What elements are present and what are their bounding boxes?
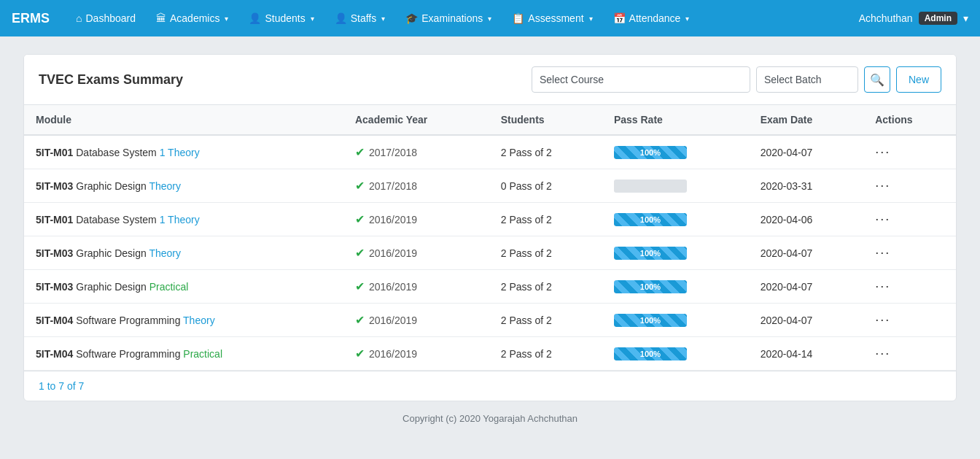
progress-label: 100% <box>614 316 687 325</box>
cell-year: ✔ 2017/2018 <box>343 169 489 203</box>
cell-pass-rate: 100% <box>602 270 749 304</box>
module-code: 5IT-M01 <box>36 214 73 225</box>
check-icon: ✔ <box>355 313 365 327</box>
user-dropdown-icon[interactable]: ▾ <box>963 12 968 24</box>
nav-attendance[interactable]: 📅 Attendance ▾ <box>604 8 699 28</box>
nav-examinations[interactable]: 🎓 Examinations ▾ <box>397 8 500 28</box>
module-type: Theory <box>183 315 215 326</box>
cell-module: 5IT-M04 Software Programming Practical <box>24 337 343 371</box>
academic-year: 2016/2019 <box>369 214 417 225</box>
actions-menu-button[interactable]: ··· <box>875 312 890 327</box>
progress-bar: 100% <box>614 146 687 159</box>
module-name: Graphic Design <box>76 247 147 259</box>
progress-bar-container: 100% <box>614 213 687 226</box>
module-name: Database System <box>76 147 157 158</box>
nav-academics[interactable]: 🏛 Academics ▾ <box>147 8 237 28</box>
progress-label: 100% <box>614 215 687 224</box>
module-code: 5IT-M03 <box>36 247 73 259</box>
col-pass-rate: Pass Rate <box>602 105 749 135</box>
navbar: ERMS ⌂ Dashboard 🏛 Academics ▾ 👤 Student… <box>0 0 980 36</box>
nav-staffs-label: Staffs <box>351 12 377 24</box>
col-module: Module <box>24 105 343 135</box>
new-button[interactable]: New <box>896 66 941 93</box>
chevron-down-icon: ▾ <box>381 15 385 23</box>
table-row: 5IT-M04 Software Programming Theory ✔ 20… <box>24 304 956 337</box>
nav-dashboard-label: Dashboard <box>85 12 136 24</box>
cell-students: 2 Pass of 2 <box>489 135 602 169</box>
cell-actions: ··· <box>863 135 956 169</box>
select-batch[interactable]: Select Batch <box>756 66 858 93</box>
progress-label: 100% <box>614 350 687 358</box>
nav-academics-label: Academics <box>170 12 219 24</box>
module-code: 5IT-M04 <box>36 348 73 360</box>
check-icon: ✔ <box>355 347 365 360</box>
module-type: Practical <box>149 281 189 293</box>
select-course[interactable]: Select Course <box>532 66 750 93</box>
cell-pass-rate: 100% <box>602 236 749 270</box>
actions-menu-button[interactable]: ··· <box>875 212 890 226</box>
check-icon: ✔ <box>355 246 365 260</box>
cell-year: ✔ 2016/2019 <box>343 203 489 236</box>
cell-pass-rate <box>602 169 749 203</box>
cell-year: ✔ 2016/2019 <box>343 236 489 270</box>
module-name: Graphic Design <box>76 180 147 192</box>
footer-text: Copyright (c) 2020 Yogarajah Achchuthan <box>402 413 578 424</box>
progress-label: 100% <box>614 282 687 291</box>
nav-staffs[interactable]: 👤 Staffs ▾ <box>326 8 394 28</box>
search-icon: 🔍 <box>870 73 884 87</box>
progress-bar-container: 100% <box>614 247 687 260</box>
cell-year: ✔ 2016/2019 <box>343 270 489 304</box>
nav-students-label: Students <box>265 12 305 24</box>
exams-table: Module Academic Year Students Pass Rate … <box>24 105 956 371</box>
cell-students: 2 Pass of 2 <box>489 304 602 337</box>
table-row: 5IT-M03 Graphic Design Practical ✔ 2016/… <box>24 270 956 304</box>
staffs-icon: 👤 <box>335 12 347 24</box>
col-academic-year: Academic Year <box>343 105 489 135</box>
cell-pass-rate: 100% <box>602 203 749 236</box>
assessment-icon: 📋 <box>512 12 524 24</box>
table-header-row: Module Academic Year Students Pass Rate … <box>24 105 956 135</box>
cell-exam-date: 2020-04-07 <box>749 270 864 304</box>
cell-actions: ··· <box>863 236 956 270</box>
progress-bar: 100% <box>614 280 687 293</box>
cell-students: 2 Pass of 2 <box>489 337 602 371</box>
cell-pass-rate: 100% <box>602 304 749 337</box>
cell-actions: ··· <box>863 169 956 203</box>
nav-assessment[interactable]: 📋 Assessment ▾ <box>503 8 601 28</box>
progress-bar-container: 100% <box>614 280 687 293</box>
module-name: Software Programming <box>76 348 180 360</box>
actions-menu-button[interactable]: ··· <box>875 144 890 159</box>
actions-menu-button[interactable]: ··· <box>875 279 890 293</box>
cell-module: 5IT-M03 Graphic Design Practical <box>24 270 343 304</box>
nav-assessment-label: Assessment <box>528 12 583 24</box>
examinations-icon: 🎓 <box>405 12 418 24</box>
chevron-down-icon: ▾ <box>685 15 689 23</box>
actions-menu-button[interactable]: ··· <box>875 178 890 193</box>
cell-module: 5IT-M03 Graphic Design Theory <box>24 169 343 203</box>
progress-label: 100% <box>614 148 687 157</box>
nav-attendance-label: Attendance <box>629 12 681 24</box>
check-icon: ✔ <box>355 279 365 293</box>
academic-year: 2016/2019 <box>369 281 417 293</box>
academic-year: 2016/2019 <box>369 348 417 360</box>
nav-examinations-label: Examinations <box>421 12 483 24</box>
cell-year: ✔ 2017/2018 <box>343 135 489 169</box>
brand[interactable]: ERMS <box>12 11 50 26</box>
nav-dashboard[interactable]: ⌂ Dashboard <box>67 8 144 28</box>
actions-menu-button[interactable]: ··· <box>875 245 890 260</box>
table-row: 5IT-M01 Database System 1 Theory ✔ 2016/… <box>24 203 956 236</box>
progress-bar: 100% <box>614 213 687 226</box>
actions-menu-button[interactable]: ··· <box>875 346 890 360</box>
module-type: Theory <box>149 180 181 192</box>
search-button[interactable]: 🔍 <box>864 66 890 93</box>
table-row: 5IT-M01 Database System 1 Theory ✔ 2017/… <box>24 135 956 169</box>
nav-students[interactable]: 👤 Students ▾ <box>240 8 322 28</box>
pagination-info: 1 to 7 of 7 <box>24 371 956 401</box>
card-header: TVEC Exams Summary Select Course Select … <box>24 55 956 105</box>
attendance-icon: 📅 <box>613 12 626 24</box>
module-name: Database System <box>76 214 157 225</box>
pagination-text: 1 to 7 of 7 <box>39 380 84 392</box>
module-code: 5IT-M03 <box>36 281 73 293</box>
progress-bar: 100% <box>614 314 687 327</box>
module-type: Theory <box>149 247 181 259</box>
